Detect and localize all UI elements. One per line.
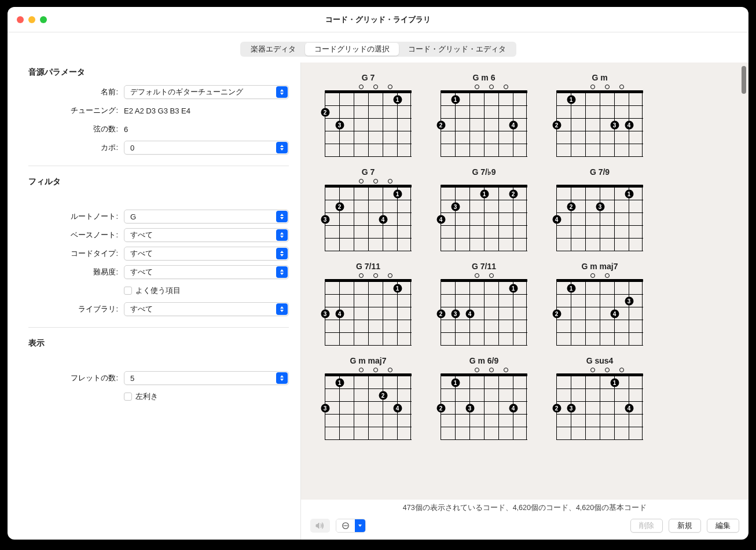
chord-diagram[interactable]: G m 6/91234 [432,356,536,440]
open-marker-icon [359,368,364,372]
open-marker-icon [373,85,378,89]
chevrons-icon [276,372,288,384]
fretboard: 1234 [556,373,643,440]
minimize-window-button[interactable] [28,16,35,23]
tab-chord-grid-editor[interactable]: コード・グリッド・エディタ [399,43,515,56]
name-label: 名前: [28,87,118,97]
open-marker-icon [373,273,378,278]
scrollbar-thumb[interactable] [742,66,746,94]
filter-heading: フィルタ [28,177,289,187]
finger-dot: 2 [436,310,445,318]
open-marker-icon [359,273,364,278]
chord-diagram[interactable]: G 7/91234 [548,167,652,251]
chord-diagram[interactable]: G m1234 [548,73,652,157]
chord-type-select[interactable]: すべて [124,247,289,261]
chord-grid-scroll[interactable]: G 7123G m 6124G m1234G 71234G 7/♭91234G … [300,63,748,500]
view-heading: 表示 [28,338,289,349]
chord-diagram[interactable]: G m maj71324 [548,262,652,346]
open-marker-icon [475,273,479,278]
chevrons-icon [276,248,288,259]
chord-name: G m [592,73,607,82]
finger-dot: 2 [552,121,561,130]
close-window-button[interactable] [17,16,24,23]
open-string-row [441,272,527,279]
chord-diagram[interactable]: G 7/♭91234 [432,167,536,251]
chord-diagram[interactable]: G 7/111234 [432,262,536,346]
finger-dot: 2 [567,203,575,211]
speaker-icon [315,522,325,530]
svg-point-2 [345,525,346,526]
chord-name: G m maj7 [350,356,386,365]
finger-dot: 1 [567,284,575,293]
strings-value: 6 [124,125,289,134]
window-title: コード・グリッド・ライブラリ [325,14,431,25]
finger-dot: 3 [321,215,329,224]
chord-diagram[interactable]: G 7123 [316,73,420,157]
actions-menu-button[interactable] [336,519,366,533]
open-string-row [325,366,412,373]
divider [28,327,289,328]
tab-instrument-editor[interactable]: 楽器エディタ [241,43,305,56]
finger-dot: 1 [567,96,575,104]
chord-diagram[interactable]: G m 6124 [432,73,536,157]
capo-value: 0 [130,144,134,152]
favorite-checkbox[interactable]: よく使う項目 [124,285,181,296]
open-marker-icon [359,179,364,184]
finger-dot: 4 [610,310,619,318]
chevrons-icon [276,142,288,153]
bass-note-select[interactable]: すべて [124,228,289,242]
open-marker-icon [590,368,595,372]
finger-dot: 2 [321,108,329,117]
chord-diagram[interactable]: G sus41234 [548,356,652,440]
finger-dot: 1 [480,190,489,199]
fretboard: 1234 [441,279,527,346]
fretboard: 1234 [325,185,412,251]
chevrons-icon [276,229,288,241]
chevron-down-icon [355,519,365,532]
library-select[interactable]: すべて [124,302,289,316]
delete-button[interactable]: 削除 [630,519,663,533]
tab-bar: 楽器エディタ コードグリッドの選択 コード・グリッド・エディタ [8,32,748,63]
chord-diagram[interactable]: G 7/11134 [316,262,420,346]
fretboard: 1234 [441,185,527,251]
lefty-label: 左利き [135,391,158,402]
open-marker-icon [388,273,392,278]
finger-dot: 3 [451,310,460,318]
chord-name: G sus4 [586,356,614,365]
open-marker-icon [373,368,378,372]
chord-diagram[interactable]: G 71234 [316,167,420,251]
difficulty-select[interactable]: すべて [124,265,289,279]
chord-diagram[interactable]: G m maj71234 [316,356,420,440]
open-string-row [325,83,412,90]
play-sound-button[interactable] [310,519,330,533]
name-select[interactable]: デフォルトのギターチューニング [124,85,289,99]
fretboard: 1324 [556,279,643,346]
open-marker-icon [590,85,595,89]
open-marker-icon [373,179,378,184]
finger-dot: 3 [335,121,344,130]
finger-dot: 3 [625,297,633,306]
params-heading: 音源パラメータ [28,67,289,78]
open-string-row [441,366,527,373]
finger-dot: 4 [552,215,561,224]
chord-name: G m 6/9 [469,356,499,365]
fret-count-select[interactable]: 5 [124,371,289,385]
svg-point-3 [347,525,348,526]
finger-dot: 1 [509,284,518,293]
lefty-checkbox[interactable]: 左利き [124,391,158,402]
open-string-row [556,272,643,279]
new-button[interactable]: 新規 [669,519,701,533]
open-marker-icon [489,273,494,278]
finger-dot: 3 [451,203,460,211]
root-note-select[interactable]: G [124,210,289,223]
zoom-window-button[interactable] [40,16,47,23]
open-string-row [325,178,412,185]
finger-dot: 4 [379,215,387,224]
mode-segmented-control: 楽器エディタ コードグリッドの選択 コード・グリッド・エディタ [240,42,516,57]
finger-dot: 3 [596,203,604,211]
capo-select[interactable]: 0 [124,141,289,155]
finger-dot: 3 [567,404,575,413]
tab-chord-grid-selection[interactable]: コードグリッドの選択 [305,43,399,56]
edit-button[interactable]: 編集 [707,519,739,533]
open-marker-icon [359,85,364,89]
